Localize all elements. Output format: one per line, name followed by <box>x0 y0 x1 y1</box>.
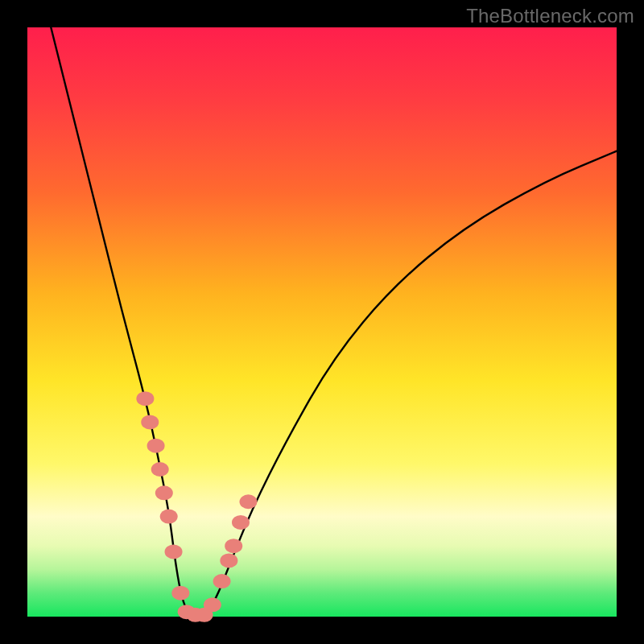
data-marker <box>232 515 250 530</box>
data-marker <box>165 544 183 559</box>
data-marker <box>141 415 159 429</box>
data-marker <box>220 553 237 568</box>
data-marker <box>136 391 154 406</box>
data-marker <box>240 494 258 509</box>
data-marker <box>171 586 189 601</box>
chart-stage: TheBottleneck.com <box>0 0 644 644</box>
marker-group <box>136 391 257 622</box>
bottleneck-curve <box>51 27 617 617</box>
plot-area <box>27 27 617 617</box>
data-marker <box>160 510 178 524</box>
data-marker <box>204 597 221 612</box>
data-marker <box>213 574 231 588</box>
watermark-text: TheBottleneck.com <box>466 5 634 27</box>
data-marker <box>155 485 173 500</box>
data-marker <box>151 462 169 477</box>
data-marker <box>225 539 242 553</box>
curve-svg <box>27 27 617 617</box>
data-marker <box>147 439 165 453</box>
